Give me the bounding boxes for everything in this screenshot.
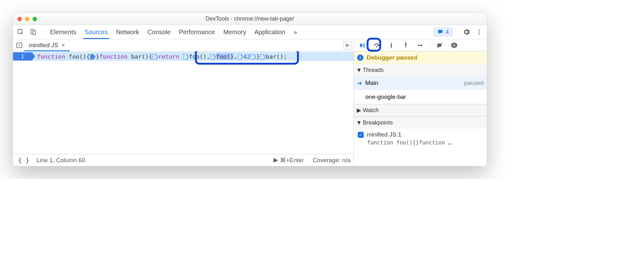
run-shortcut-hint: ⌘+Enter <box>274 157 304 164</box>
svg-point-5 <box>479 34 480 35</box>
editor-tab-label: minified JS <box>29 42 58 49</box>
step-into-icon <box>388 42 395 49</box>
svg-point-15 <box>405 42 406 43</box>
editor-pane: minified JS × 1 function foo(){}function… <box>13 39 354 166</box>
gear-icon <box>463 29 470 35</box>
svg-marker-10 <box>360 43 363 48</box>
play-icon <box>345 43 350 48</box>
tab-memory[interactable]: Memory <box>223 25 246 39</box>
main-toolbar: Elements Sources Network Console Perform… <box>13 25 487 39</box>
coverage-status: Coverage: n/a <box>313 157 350 164</box>
breakpoint-item[interactable]: ✓ minified JS:1 function foo(){}function… <box>354 129 487 148</box>
tab-network[interactable]: Network <box>116 25 139 39</box>
threads-header[interactable]: ▼ Threads <box>354 64 487 76</box>
svg-rect-18 <box>453 44 454 46</box>
svg-point-16 <box>418 45 419 46</box>
play-icon <box>274 158 278 163</box>
panel-tabs: Elements Sources Network Console Perform… <box>50 25 297 39</box>
breakpoint-label: minified JS:1 <box>367 131 401 138</box>
resume-icon <box>359 42 366 49</box>
tab-elements[interactable]: Elements <box>50 25 76 39</box>
breakpoints-section: ▼ Breakpoints ✓ minified JS:1 function f… <box>354 117 487 148</box>
inspect-element-button[interactable] <box>15 26 26 38</box>
step-marker-icon[interactable] <box>210 54 216 60</box>
svg-point-14 <box>391 47 392 48</box>
step-button[interactable] <box>415 40 425 50</box>
watch-header[interactable]: ▶ Watch <box>354 104 487 116</box>
tab-performance[interactable]: Performance <box>179 25 215 39</box>
step-over-button[interactable] <box>372 40 382 50</box>
breakpoints-header[interactable]: ▼ Breakpoints <box>354 117 487 129</box>
step-into-button[interactable] <box>386 40 396 50</box>
step-marker-icon[interactable] <box>183 54 189 60</box>
pause-icon <box>451 42 458 49</box>
threads-section: ▼ Threads ➔ Main paused one-google-bar <box>354 64 487 104</box>
step-marker-icon[interactable] <box>152 54 158 60</box>
resume-button[interactable] <box>357 40 367 50</box>
navigator-toggle-button[interactable] <box>14 40 24 50</box>
editor-tab-file[interactable]: minified JS × <box>24 39 70 51</box>
window-title: DevTools - chrome://new-tab-page/ <box>13 16 487 22</box>
feedback-icon <box>437 29 443 35</box>
step-out-button[interactable] <box>401 40 411 50</box>
tab-sources[interactable]: Sources <box>84 25 108 39</box>
cursor-position: Line 1, Column 60 <box>36 157 85 164</box>
debugger-sidebar: i Debugger paused ▼ Threads ➔ Main pause… <box>354 39 487 166</box>
step-marker-icon[interactable] <box>238 54 243 60</box>
breakpoint-checkbox[interactable]: ✓ <box>358 132 364 138</box>
current-thread-icon: ➔ <box>357 80 362 87</box>
breakpoint-code-preview: function foo(){}function … <box>367 139 483 146</box>
editor-statusbar: { } Line 1, Column 60 ⌘+Enter Coverage: … <box>13 154 354 166</box>
sidebar-icon <box>16 42 23 49</box>
caret-down-icon: ▼ <box>356 67 362 74</box>
device-toggle-button[interactable] <box>28 26 39 38</box>
tab-overflow[interactable]: » <box>294 25 297 39</box>
line-number-1[interactable]: 1 <box>13 52 32 61</box>
panel-body: minified JS × 1 function foo(){}function… <box>13 39 487 166</box>
thread-main[interactable]: ➔ Main paused <box>354 76 487 90</box>
pause-exceptions-button[interactable] <box>449 40 459 50</box>
svg-point-12 <box>376 46 377 47</box>
debugger-toolbar <box>354 39 487 51</box>
divider <box>430 42 430 49</box>
window-titlebar: DevTools - chrome://new-tab-page/ <box>13 13 487 25</box>
caret-right-icon: ▶ <box>356 107 362 114</box>
divider <box>42 28 42 36</box>
svg-point-4 <box>479 31 480 33</box>
svg-marker-9 <box>274 158 278 163</box>
breakpoints-off-icon <box>436 42 443 49</box>
svg-point-3 <box>479 29 480 31</box>
pretty-print-button[interactable]: { } <box>16 156 31 165</box>
step-marker-icon[interactable] <box>260 54 265 60</box>
kebab-icon <box>476 29 483 35</box>
settings-button[interactable] <box>461 26 472 38</box>
svg-marker-7 <box>19 44 20 46</box>
info-icon: i <box>357 54 363 61</box>
close-tab-button[interactable]: × <box>61 42 65 49</box>
paused-text: Debugger paused <box>367 54 417 61</box>
thread-other[interactable]: one-google-bar <box>354 90 487 104</box>
run-snippet-button[interactable] <box>344 41 352 49</box>
code-line: function foo(){}function bar(){return fo… <box>37 52 287 61</box>
step-icon <box>417 42 424 49</box>
feedback-count: 4 <box>445 29 449 35</box>
code-editor[interactable]: 1 function foo(){}function bar(){return … <box>13 51 354 154</box>
svg-marker-8 <box>346 43 350 48</box>
deactivate-breakpoints-button[interactable] <box>435 40 445 50</box>
more-menu-button[interactable] <box>474 26 485 38</box>
editor-tabs: minified JS × <box>13 39 354 51</box>
tab-console[interactable]: Console <box>147 25 170 39</box>
svg-rect-19 <box>455 44 455 46</box>
watch-section: ▶ Watch <box>354 104 487 117</box>
divider <box>457 28 458 36</box>
caret-down-icon: ▼ <box>356 119 362 126</box>
debugger-paused-banner: i Debugger paused <box>354 51 487 64</box>
tab-application[interactable]: Application <box>254 25 285 39</box>
feedback-badge[interactable]: 4 <box>434 28 452 36</box>
step-over-icon <box>373 42 380 49</box>
devtools-window: DevTools - chrome://new-tab-page/ Elemen… <box>13 13 487 166</box>
step-marker-icon[interactable] <box>251 54 256 60</box>
step-marker-icon[interactable] <box>90 54 96 60</box>
svg-rect-11 <box>364 43 365 48</box>
svg-rect-2 <box>33 31 35 35</box>
